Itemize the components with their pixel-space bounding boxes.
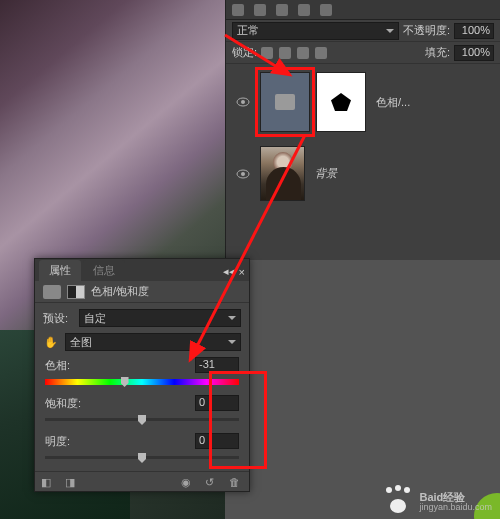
background-thumbnail[interactable] <box>260 146 305 201</box>
saturation-slider: 饱和度: 0 <box>43 395 241 427</box>
visibility-toggle[interactable] <box>232 167 254 181</box>
opacity-input[interactable]: 100% <box>454 23 494 39</box>
targeted-adjust-icon[interactable]: ✋ <box>43 334 59 350</box>
layer-mask-thumbnail[interactable] <box>316 72 366 132</box>
lock-image-icon[interactable] <box>279 47 291 59</box>
filter-type-icon[interactable] <box>298 4 310 16</box>
preset-select[interactable]: 自定 <box>79 309 241 327</box>
watermark: Baid经验 jingyan.baidu.com <box>383 487 492 513</box>
close-icon[interactable]: × <box>239 266 245 278</box>
view-previous-icon[interactable]: ◉ <box>181 476 195 490</box>
blend-mode-select[interactable]: 正常 <box>232 22 399 40</box>
hue-input[interactable]: -31 <box>195 357 239 373</box>
layer-row-adjustment[interactable]: 色相/... <box>232 72 494 132</box>
preset-value: 自定 <box>84 311 106 326</box>
watermark-url: jingyan.baidu.com <box>419 503 492 512</box>
lightness-label: 明度: <box>45 434 70 449</box>
layers-kind-filter <box>226 0 500 20</box>
properties-panel: 属性 信息 ◂◂ × 色相/饱和度 预设: 自定 ✋ 全图 色相: <box>34 258 250 492</box>
saturation-track[interactable] <box>45 413 239 427</box>
lock-all-icon[interactable] <box>315 47 327 59</box>
saturation-label: 饱和度: <box>45 396 81 411</box>
paw-icon <box>383 487 413 513</box>
chevron-down-icon <box>386 29 394 33</box>
opacity-label: 不透明度: <box>403 23 450 38</box>
hue-track[interactable] <box>45 375 239 389</box>
hue-sat-icon <box>275 94 295 110</box>
lock-label: 锁定: <box>232 45 257 60</box>
properties-footer: ◧ ◨ ◉ ↺ 🗑 <box>35 471 249 493</box>
tab-properties[interactable]: 属性 <box>39 260 81 281</box>
eyedropper-icon[interactable]: ◧ <box>41 476 55 490</box>
adjustment-thumbnail[interactable] <box>260 72 310 132</box>
reset-icon[interactable]: ↺ <box>205 476 219 490</box>
color-range-select[interactable]: 全图 <box>65 333 241 351</box>
lightness-slider: 明度: 0 <box>43 433 241 465</box>
fill-label: 填充: <box>425 45 450 60</box>
lock-position-icon[interactable] <box>297 47 309 59</box>
blend-mode-value: 正常 <box>237 23 259 38</box>
lock-transparent-icon[interactable] <box>261 47 273 59</box>
tab-info[interactable]: 信息 <box>83 260 125 281</box>
fill-input[interactable]: 100% <box>454 45 494 61</box>
chevron-down-icon <box>228 340 236 344</box>
delete-icon[interactable]: 🗑 <box>229 476 243 490</box>
preset-label: 预设: <box>43 311 73 326</box>
lightness-track[interactable] <box>45 451 239 465</box>
filter-pixel-icon[interactable] <box>254 4 266 16</box>
mask-type-icon <box>67 285 85 299</box>
watermark-brand: Baid经验 <box>419 488 492 503</box>
filter-kind-icon[interactable] <box>232 4 244 16</box>
collapse-icon[interactable]: ◂◂ <box>223 265 235 278</box>
saturation-input[interactable]: 0 <box>195 395 239 411</box>
svg-point-3 <box>241 172 245 176</box>
clip-icon[interactable]: ◨ <box>65 476 79 490</box>
properties-tabs: 属性 信息 ◂◂ × <box>35 259 249 281</box>
hue-label: 色相: <box>45 358 70 373</box>
layer-name[interactable]: 色相/... <box>372 95 414 110</box>
properties-title: 色相/饱和度 <box>91 284 149 299</box>
chevron-down-icon <box>228 316 236 320</box>
filter-shape-icon[interactable] <box>320 4 332 16</box>
visibility-toggle[interactable] <box>232 95 254 109</box>
layers-panel: 正常 不透明度: 100% 锁定: 填充: 100% 色相/... 背景 <box>225 0 500 260</box>
adjustment-type-icon <box>43 285 61 299</box>
filter-adjust-icon[interactable] <box>276 4 288 16</box>
color-range-value: 全图 <box>70 335 92 350</box>
layer-row-background[interactable]: 背景 <box>232 146 494 201</box>
svg-point-1 <box>241 100 245 104</box>
lightness-input[interactable]: 0 <box>195 433 239 449</box>
layer-name[interactable]: 背景 <box>311 166 341 181</box>
hue-slider: 色相: -31 <box>43 357 241 389</box>
